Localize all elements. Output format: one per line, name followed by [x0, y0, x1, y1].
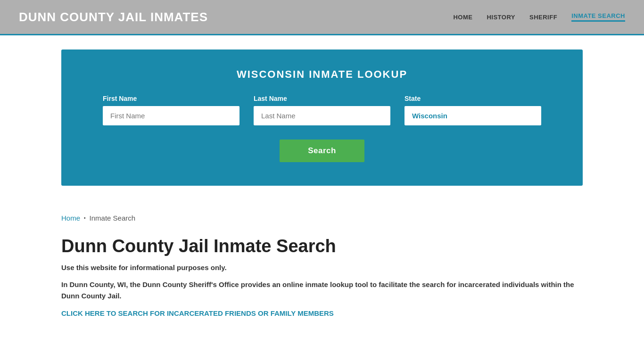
- first-name-group: First Name: [103, 95, 239, 125]
- breadcrumb-home-link[interactable]: Home: [61, 214, 80, 222]
- breadcrumb: Home • Inmate Search: [61, 214, 583, 222]
- nav-item-sheriff[interactable]: SHERIFF: [529, 14, 557, 21]
- site-title: DUNN COUNTY JAIL INMATES: [19, 10, 208, 25]
- breadcrumb-separator: •: [84, 215, 86, 221]
- search-button[interactable]: Search: [280, 140, 364, 162]
- search-section: WISCONSIN INMATE LOOKUP First Name Last …: [61, 49, 583, 186]
- last-name-label: Last Name: [254, 95, 390, 102]
- last-name-input[interactable]: [254, 106, 390, 125]
- breadcrumb-section: Home • Inmate Search: [0, 200, 644, 227]
- nav-item-home[interactable]: HOME: [453, 14, 472, 21]
- disclaimer-text: Use this website for informational purpo…: [61, 263, 583, 272]
- first-name-input[interactable]: [103, 106, 239, 125]
- search-section-title: WISCONSIN INMATE LOOKUP: [85, 68, 559, 81]
- cta-link[interactable]: CLICK HERE to Search for Incarcerated Fr…: [61, 309, 334, 317]
- nav-item-history[interactable]: HISTORY: [487, 14, 515, 21]
- state-group: State: [405, 95, 541, 125]
- state-label: State: [405, 95, 541, 102]
- nav-item-inmate-search[interactable]: INMATE SEARCH: [571, 12, 625, 22]
- header: DUNN COUNTY JAIL INMATES HOME HISTORY SH…: [0, 0, 644, 35]
- state-input[interactable]: [405, 106, 541, 125]
- nav: HOME HISTORY SHERIFF INMATE SEARCH: [453, 12, 625, 22]
- search-form: First Name Last Name State Search: [85, 95, 559, 162]
- last-name-group: Last Name: [254, 95, 390, 125]
- breadcrumb-current: Inmate Search: [90, 214, 136, 222]
- description-text: In Dunn County, WI, the Dunn County Sher…: [61, 279, 580, 302]
- first-name-label: First Name: [103, 95, 239, 102]
- page-title: Dunn County Jail Inmate Search: [61, 236, 583, 256]
- form-fields: First Name Last Name State: [85, 95, 559, 125]
- main-content: Dunn County Jail Inmate Search Use this …: [0, 227, 644, 337]
